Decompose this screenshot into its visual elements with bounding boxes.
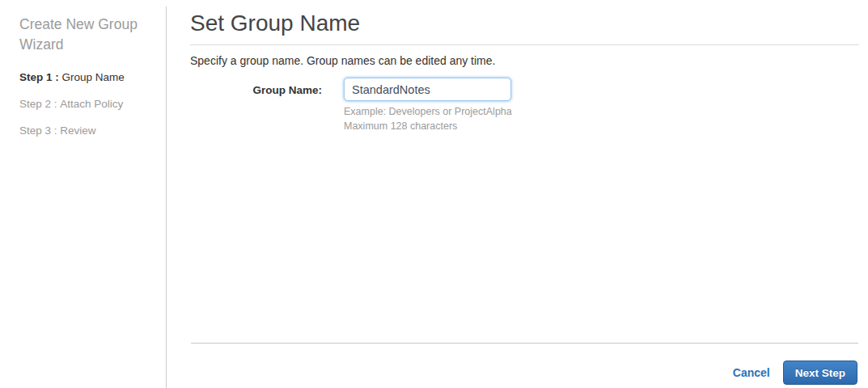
cancel-button[interactable]: Cancel xyxy=(733,366,770,379)
step-label: Group Name xyxy=(62,71,125,83)
create-group-wizard-screen: Create New Group Wizard Step 1 :Group Na… xyxy=(0,0,868,388)
sidebar-step-group-name[interactable]: Step 1 :Group Name xyxy=(19,71,125,84)
group-name-example-hint: Example: Developers or ProjectAlpha xyxy=(344,104,512,119)
group-name-label: Group Name: xyxy=(190,78,322,133)
step-prefix: Step 3 : xyxy=(19,124,57,137)
sidebar-step-review[interactable]: Step 3 :Review xyxy=(19,124,96,137)
group-name-input-col: Example: Developers or ProjectAlpha Maxi… xyxy=(344,78,512,133)
page-description: Specify a group name. Group names can be… xyxy=(190,54,859,67)
step-label: Review xyxy=(60,124,95,137)
page-title: Set Group Name xyxy=(190,0,859,37)
group-name-form-row: Group Name: Example: Developers or Proje… xyxy=(190,78,859,133)
next-step-button[interactable]: Next Step xyxy=(783,361,857,385)
title-divider xyxy=(190,44,859,45)
main-panel: Set Group Name Specify a group name. Gro… xyxy=(190,0,859,133)
step-label: Attach Policy xyxy=(60,98,123,110)
sidebar-step-attach-policy[interactable]: Step 2 :Attach Policy xyxy=(19,98,123,111)
step-prefix: Step 1 : xyxy=(19,71,59,83)
step-prefix: Step 2 : xyxy=(19,98,57,110)
footer-divider xyxy=(191,343,858,344)
footer-actions: Cancel Next Step xyxy=(733,361,857,385)
group-name-maxlength-hint: Maximum 128 characters xyxy=(344,119,512,133)
sidebar-divider xyxy=(166,6,167,388)
wizard-sidebar: Create New Group Wizard Step 1 :Group Na… xyxy=(0,0,166,388)
group-name-input[interactable] xyxy=(344,78,511,101)
wizard-title: Create New Group Wizard xyxy=(19,15,150,55)
